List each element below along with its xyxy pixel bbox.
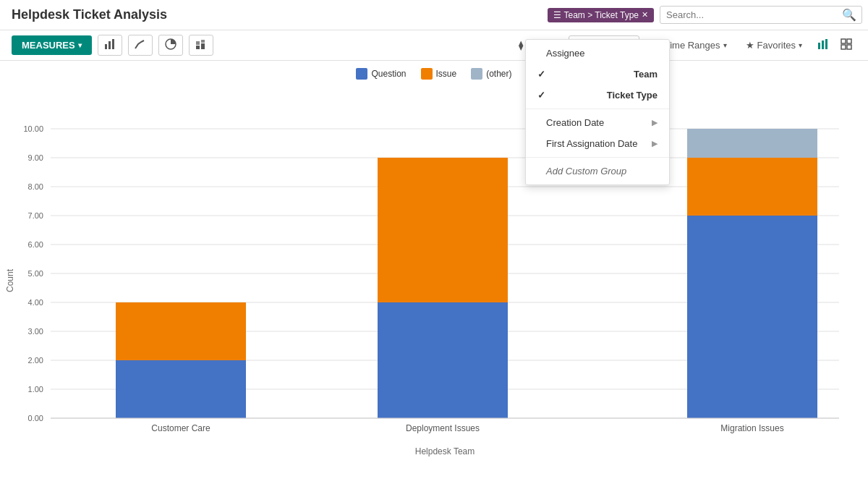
svg-rect-8 (818, 43, 820, 49)
svg-text:2.00: 2.00 (28, 356, 43, 365)
svg-rect-4 (196, 46, 200, 49)
bar-deployment-issues[interactable]: Deployment Issues (378, 158, 508, 433)
legend-item-issue: Issue (421, 68, 457, 80)
xlabel-migration: Migration Issues (720, 423, 783, 433)
svg-rect-1 (109, 41, 111, 49)
search-button[interactable]: 🔍 (842, 8, 856, 22)
xlabel-deployment: Deployment Issues (406, 423, 480, 433)
svg-rect-2 (112, 39, 114, 49)
svg-text:0.00: 0.00 (28, 414, 43, 422)
dropdown-label-ticket-type: Ticket Type (607, 90, 658, 101)
line-chart-icon (135, 38, 146, 50)
svg-rect-10 (825, 39, 827, 49)
svg-text:7.00: 7.00 (28, 211, 43, 220)
svg-rect-9 (822, 41, 824, 49)
search-input[interactable] (660, 6, 862, 24)
bar-chart-icon-btn[interactable] (98, 35, 122, 56)
svg-rect-12 (847, 39, 851, 43)
dropdown-label-first-assignation-date: First Assignation Date (546, 138, 637, 149)
line-chart-icon-btn[interactable] (128, 35, 153, 56)
groupby-dropdown: Assignee Team Ticket Type Creation Date … (525, 39, 670, 185)
toolbar: MEASURES ▾ ⧫ Filters ▾ (0, 30, 868, 61)
dropdown-label-team: Team (634, 69, 658, 80)
svg-text:3.00: 3.00 (28, 327, 43, 336)
svg-text:6.00: 6.00 (28, 240, 43, 249)
yaxis-label: Count (5, 268, 15, 292)
bar-chart: Count 0.00 1.00 2.00 3.00 4.00 5.00 6.00 (0, 85, 868, 462)
dropdown-label-add-custom: Add Custom Group (546, 166, 626, 177)
legend-color-issue (421, 68, 433, 80)
measures-button[interactable]: MEASURES ▾ (12, 35, 92, 55)
bar-view-icon (817, 38, 829, 50)
page-title: Helpdesk Ticket Analysis (12, 7, 167, 22)
legend-color-question (356, 68, 367, 80)
measures-arrow-icon: ▾ (78, 41, 82, 49)
bar-other-migration (687, 129, 817, 158)
bar-customer-care[interactable]: Customer Care (116, 302, 246, 433)
table-view-icon (841, 38, 852, 50)
dropdown-label-assignee: Assignee (546, 48, 584, 59)
bar-chart-icon (104, 38, 116, 50)
dropdown-item-first-assignation-date[interactable]: First Assignation Date ▶ (526, 133, 669, 154)
svg-rect-5 (196, 41, 200, 45)
dropdown-item-ticket-type[interactable]: Ticket Type (526, 85, 669, 106)
filter-icon: ⧫ (519, 40, 523, 51)
bar-issue-migration (687, 158, 817, 216)
xaxis-label: Helpdesk Team (415, 446, 475, 456)
bar-question-deployment (378, 302, 508, 418)
pie-chart-icon-btn[interactable] (158, 35, 183, 56)
chart-legend: Question Issue (other) (0, 68, 868, 80)
bar-migration-issues[interactable]: Migration Issues (687, 129, 817, 433)
timeranges-label: Time Ranges (665, 40, 720, 51)
legend-item-question: Question (356, 68, 406, 80)
svg-rect-11 (841, 39, 846, 43)
favorites-arrow-icon: ▾ (799, 41, 802, 49)
breadcrumb-list-icon: ☰ (553, 10, 561, 20)
favorites-label: Favorites (757, 40, 796, 51)
stack-chart-icon-btn[interactable] (189, 35, 213, 56)
chart-area: Question Issue (other) Count 0.00 1.00 2… (0, 61, 868, 488)
bar-question-migration (687, 216, 817, 418)
dropdown-item-assignee[interactable]: Assignee (526, 43, 669, 64)
svg-text:5.00: 5.00 (28, 269, 43, 278)
dropdown-item-team[interactable]: Team (526, 64, 669, 85)
dropdown-item-creation-date[interactable]: Creation Date ▶ (526, 112, 669, 133)
svg-rect-6 (201, 43, 205, 49)
svg-text:9.00: 9.00 (28, 153, 43, 162)
breadcrumb-close-icon[interactable]: ✕ (642, 10, 648, 20)
svg-text:10.00: 10.00 (23, 124, 43, 133)
table-view-button[interactable] (836, 35, 856, 56)
stack-chart-icon (195, 38, 207, 50)
svg-text:8.00: 8.00 (28, 182, 43, 191)
dropdown-separator-1 (526, 109, 669, 109)
dropdown-arrow-creation-date: ▶ (652, 118, 658, 127)
bar-issue-customer-care (116, 302, 246, 360)
dropdown-arrow-first-assignation: ▶ (652, 139, 658, 148)
pie-chart-icon (165, 38, 176, 50)
bar-issue-deployment (378, 158, 508, 302)
measures-label: MEASURES (22, 40, 75, 51)
bar-view-button[interactable] (813, 35, 833, 56)
svg-text:1.00: 1.00 (28, 385, 43, 394)
svg-text:4.00: 4.00 (28, 298, 43, 307)
legend-label-question: Question (371, 69, 406, 79)
legend-item-other: (other) (471, 68, 511, 80)
header-controls: ☰ Team > Ticket Type ✕ 🔍 (548, 6, 857, 24)
star-icon: ★ (746, 40, 754, 51)
dropdown-item-add-custom[interactable]: Add Custom Group (526, 161, 669, 182)
favorites-button[interactable]: ★ Favorites ▾ (738, 35, 810, 55)
svg-rect-7 (201, 40, 205, 43)
svg-rect-0 (105, 44, 107, 49)
legend-color-other (471, 68, 482, 80)
svg-rect-14 (847, 45, 851, 49)
timeranges-arrow-icon: ▾ (723, 41, 727, 49)
header: Helpdesk Ticket Analysis ☰ Team > Ticket… (0, 0, 868, 30)
dropdown-separator-2 (526, 157, 669, 158)
legend-label-issue: Issue (436, 69, 457, 79)
xlabel-customer-care: Customer Care (151, 423, 210, 433)
dropdown-label-creation-date: Creation Date (546, 117, 604, 128)
bar-question-customer-care (116, 360, 246, 418)
legend-label-other: (other) (486, 69, 511, 79)
breadcrumb-tag[interactable]: ☰ Team > Ticket Type ✕ (548, 8, 655, 22)
svg-rect-13 (841, 45, 846, 49)
